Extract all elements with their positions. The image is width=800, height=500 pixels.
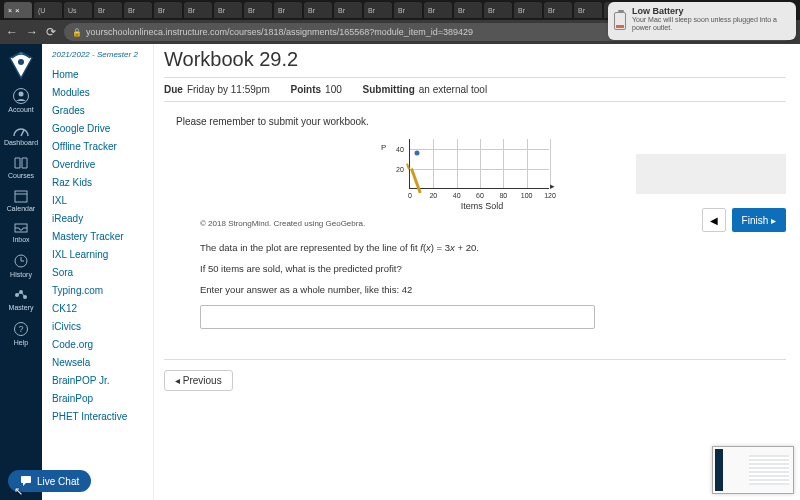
answer-input[interactable]	[200, 305, 595, 329]
coursenav-home[interactable]: Home	[52, 65, 153, 83]
book-icon	[13, 156, 29, 170]
coursenav-codeorg[interactable]: Code.org	[52, 335, 153, 353]
browser-tab[interactable]: Br	[364, 2, 392, 18]
page-minimap[interactable]	[712, 446, 794, 494]
nav-courses[interactable]: Courses	[0, 152, 42, 185]
help-icon: ?	[13, 321, 29, 337]
assignment-content: Workbook 29.2 DueFriday by 11:59pm Point…	[154, 44, 800, 500]
arrow-right-icon: ▸	[550, 181, 555, 191]
nav-account[interactable]: Account	[0, 84, 42, 119]
nav-history[interactable]: History	[0, 249, 42, 284]
browser-tab[interactable]: Br	[454, 2, 482, 18]
url-text: yourschoolonlineca.instructure.com/cours…	[86, 27, 473, 37]
question-line-2: If 50 items are sold, what is the predic…	[200, 263, 786, 274]
nav-dashboard[interactable]: Dashboard	[0, 119, 42, 152]
scatter-chart: P 2040608010012002040▸ Items Sold	[395, 139, 555, 211]
user-icon	[13, 88, 29, 104]
fit-line	[410, 168, 422, 193]
x-tick: 60	[476, 192, 484, 199]
x-tick: 20	[429, 192, 437, 199]
coursenav-grades[interactable]: Grades	[52, 101, 153, 119]
x-tick: 120	[544, 192, 556, 199]
back-button[interactable]: ←	[6, 25, 18, 39]
x-tick: 80	[499, 192, 507, 199]
nav-help[interactable]: ? Help	[0, 317, 42, 352]
coursenav-razkids[interactable]: Raz Kids	[52, 173, 153, 191]
coursenav-ixllearning[interactable]: IXL Learning	[52, 245, 153, 263]
close-icon[interactable]: ×	[15, 6, 20, 15]
svg-line-3	[21, 130, 24, 136]
x-tick: 0	[408, 192, 412, 199]
copyright-text: © 2018 StrongMind. Created using GeoGebr…	[200, 219, 786, 228]
coursenav-sora[interactable]: Sora	[52, 263, 153, 281]
coursenav-brainpop[interactable]: BrainPop	[52, 389, 153, 407]
battery-low-icon	[614, 12, 626, 30]
browser-tab[interactable]: Br	[424, 2, 452, 18]
coursenav-phet[interactable]: PHET Interactive	[52, 407, 153, 425]
coursenav-googledrive[interactable]: Google Drive	[52, 119, 153, 137]
browser-tab[interactable]: Br	[484, 2, 512, 18]
nav-calendar[interactable]: Calendar	[0, 185, 42, 218]
coursenav-masterytracker[interactable]: Mastery Tracker	[52, 227, 153, 245]
history-icon	[13, 253, 29, 269]
cursor-icon: ↖	[14, 485, 23, 498]
coursenav-newsela[interactable]: Newsela	[52, 353, 153, 371]
coursenav-icivics[interactable]: iCivics	[52, 317, 153, 335]
notification-detail: Your Mac will sleep soon unless plugged …	[632, 16, 790, 31]
browser-tab[interactable]: (U	[34, 2, 62, 18]
browser-tab[interactable]: Br	[574, 2, 602, 18]
x-tick: 40	[453, 192, 461, 199]
coursenav-iready[interactable]: iReady	[52, 209, 153, 227]
svg-rect-4	[15, 191, 27, 202]
y-axis-label: P	[381, 143, 386, 152]
svg-rect-13	[21, 476, 31, 483]
sidebar-placeholder	[636, 154, 786, 194]
browser-tab[interactable]: Us	[64, 2, 92, 18]
coursenav-overdrive[interactable]: Overdrive	[52, 155, 153, 173]
reload-button[interactable]: ⟳	[46, 25, 56, 39]
course-term-label: 2021/2022 - Semester 2	[52, 50, 153, 59]
browser-tab[interactable]: Br	[94, 2, 122, 18]
dashboard-icon	[13, 123, 29, 137]
assignment-meta: DueFriday by 11:59pm Points100 Submittin…	[164, 77, 786, 102]
browser-tab[interactable]: Br	[214, 2, 242, 18]
school-logo[interactable]	[6, 48, 36, 80]
coursenav-ixl[interactable]: IXL	[52, 191, 153, 209]
browser-tab[interactable]: Br	[184, 2, 212, 18]
browser-tab[interactable]: Br	[304, 2, 332, 18]
browser-tab[interactable]: Br	[514, 2, 542, 18]
coursenav-ck12[interactable]: CK12	[52, 299, 153, 317]
prev-page-button[interactable]: ◀	[702, 208, 726, 232]
svg-point-0	[18, 59, 24, 65]
coursenav-brainpopjr[interactable]: BrainPOP Jr.	[52, 371, 153, 389]
x-tick: 100	[521, 192, 533, 199]
browser-tab[interactable]: Br	[394, 2, 422, 18]
notification-title: Low Battery	[632, 6, 790, 16]
svg-text:?: ?	[18, 324, 23, 334]
low-battery-notification[interactable]: Low Battery Your Mac will sleep soon unl…	[608, 2, 796, 40]
x-axis-title: Items Sold	[409, 201, 555, 211]
question-line-1: The data in the plot are represented by …	[200, 242, 786, 253]
browser-tab[interactable]: Br	[544, 2, 572, 18]
calendar-icon	[13, 189, 29, 203]
svg-point-2	[19, 92, 24, 97]
coursenav-offlinetracker[interactable]: Offline Tracker	[52, 137, 153, 155]
inbox-icon	[13, 222, 29, 234]
browser-tab[interactable]: Br	[124, 2, 152, 18]
nav-mastery[interactable]: Mastery	[0, 284, 42, 317]
question-line-3: Enter your answer as a whole number, lik…	[200, 284, 786, 295]
finish-button[interactable]: Finish ▸	[732, 208, 786, 232]
lock-icon: 🔒	[72, 28, 82, 37]
y-tick: 20	[396, 166, 404, 173]
coursenav-typing[interactable]: Typing.com	[52, 281, 153, 299]
browser-tab[interactable]: ××	[4, 2, 32, 18]
coursenav-modules[interactable]: Modules	[52, 83, 153, 101]
forward-button[interactable]: →	[26, 25, 38, 39]
browser-tab[interactable]: Br	[334, 2, 362, 18]
browser-tab[interactable]: Br	[274, 2, 302, 18]
data-point	[415, 151, 420, 156]
previous-button[interactable]: ◂ Previous	[164, 370, 233, 391]
browser-tab[interactable]: Br	[244, 2, 272, 18]
browser-tab[interactable]: Br	[154, 2, 182, 18]
nav-inbox[interactable]: Inbox	[0, 218, 42, 249]
